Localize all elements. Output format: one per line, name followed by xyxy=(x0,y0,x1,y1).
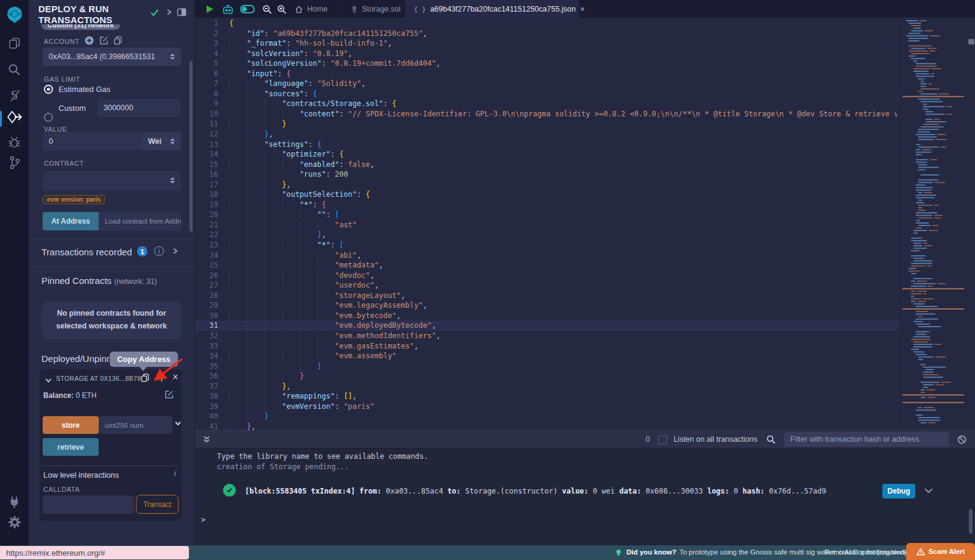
deployed-contract-card: STORAGE AT 0X136...8B78 × Balance: 0 ETH… xyxy=(40,369,182,521)
scam-alert-badge[interactable]: Scam Alert xyxy=(906,543,975,560)
calldata-input[interactable] xyxy=(43,495,134,514)
store-button[interactable]: store xyxy=(43,416,99,434)
panel-title-line1: DEPLOY & RUN xyxy=(38,4,108,15)
custom-gas-radio[interactable] xyxy=(44,113,53,122)
store-arg-input[interactable]: uint256 num xyxy=(99,416,172,434)
settings-gear-icon[interactable] xyxy=(0,515,29,530)
at-address-input[interactable]: Load contract from Addre xyxy=(99,212,181,230)
divider xyxy=(29,239,195,239)
solidity-file-icon xyxy=(351,5,358,13)
store-expand-chevron[interactable] xyxy=(174,420,182,427)
minimap[interactable] xyxy=(897,18,968,430)
value-input[interactable]: 0 xyxy=(43,132,142,151)
edit-account-icon[interactable] xyxy=(99,36,108,45)
estimated-gas-radio[interactable] xyxy=(44,85,53,94)
source-control-icon[interactable] xyxy=(0,155,29,170)
braces-icon: { } xyxy=(414,5,426,13)
terminal-line-2: creation of Storage pending... xyxy=(217,463,349,471)
terminal-scrollbar-thumb[interactable] xyxy=(969,509,973,534)
no-pinned-line2: selected workspace & network xyxy=(41,320,182,333)
listen-count: 0 xyxy=(645,435,650,444)
debug-button[interactable]: Debug xyxy=(882,484,915,498)
transactions-info-icon[interactable]: i xyxy=(154,246,164,256)
listen-label: Listen on all transactions xyxy=(673,435,757,444)
value-amount: 0 xyxy=(49,137,53,146)
deploy-and-run-icon[interactable] xyxy=(0,110,29,125)
add-account-icon[interactable] xyxy=(85,36,94,45)
debugger-icon[interactable] xyxy=(0,135,29,149)
transact-button[interactable]: Transact xyxy=(136,495,179,514)
home-icon xyxy=(295,5,303,13)
contract-select[interactable] xyxy=(43,171,181,190)
pinned-contracts-heading: Pinned Contracts (network: 31) xyxy=(41,275,157,286)
divider xyxy=(43,466,179,466)
panel-check-icon xyxy=(149,7,160,18)
value-unit-select[interactable]: Wei xyxy=(142,132,181,151)
run-script-icon[interactable] xyxy=(205,4,214,14)
panel-layout-icon[interactable] xyxy=(177,7,186,17)
value-unit-stepper xyxy=(170,138,175,144)
low-level-info-icon[interactable]: i xyxy=(174,469,176,478)
copy-address-icon[interactable] xyxy=(140,373,150,383)
listen-checkbox[interactable] xyxy=(658,435,667,444)
copilot-toggle[interactable] xyxy=(240,5,255,13)
estimated-gas-label: Estimated Gas xyxy=(58,85,110,94)
copy-account-icon[interactable] xyxy=(113,36,122,45)
custom-gas-value: 3000000 xyxy=(104,104,133,112)
custom-gas-input[interactable]: 3000000 xyxy=(98,99,181,117)
editor-scrollbar[interactable] xyxy=(968,18,975,430)
tab-storage-sol[interactable]: Storage.sol xyxy=(342,0,410,18)
retrieve-button[interactable]: retrieve xyxy=(43,438,99,456)
zoom-out-icon[interactable] xyxy=(262,4,272,15)
tab-home[interactable]: Home xyxy=(286,0,336,18)
balance-value: 0 ETH xyxy=(76,391,96,400)
tab-storage-label: Storage.sol xyxy=(362,5,400,13)
evm-version-badge: evm version: paris xyxy=(43,195,105,204)
remix-logo-icon[interactable] xyxy=(0,5,29,24)
value-unit: Wei xyxy=(148,137,161,146)
contract-collapse-chevron[interactable] xyxy=(44,377,52,385)
account-label: ACCOUNT xyxy=(44,38,80,45)
editor-topbar: Home Storage.sol { } a69b43f277ba20fcac1… xyxy=(195,0,975,18)
search-icon[interactable] xyxy=(0,63,29,77)
pin-contract-icon[interactable] xyxy=(157,373,166,383)
copy-address-tooltip: Copy Address xyxy=(110,352,178,367)
transactions-count-badge: 1 xyxy=(137,246,147,257)
custom-gas-label: Custom xyxy=(58,104,86,113)
low-level-heading: Low level interactions xyxy=(43,470,119,480)
tx-log-text[interactable]: [block:5583405 txIndex:4] from: 0xa03...… xyxy=(245,487,826,495)
deployed-contracts-heading: Deployed/Unpinn xyxy=(41,353,112,364)
tooltip-caret xyxy=(139,366,147,371)
contract-select-stepper xyxy=(170,177,175,183)
terminal[interactable]: Type the library name to see available c… xyxy=(195,448,975,545)
panel-scrollbar[interactable] xyxy=(190,61,193,232)
zoom-in-icon[interactable] xyxy=(277,4,287,15)
plugin-manager-icon[interactable] xyxy=(0,495,29,509)
close-tab-icon[interactable]: × xyxy=(580,4,585,14)
transactions-recorded-label: Transactions recorded xyxy=(41,247,132,257)
clear-console-icon[interactable] xyxy=(957,435,966,444)
panel-collapse-chevron[interactable] xyxy=(165,9,172,16)
code-editor[interactable]: 1{2 "id": "a69b43f277ba20fcac141151250ca… xyxy=(195,18,975,430)
tx-expand-chevron[interactable] xyxy=(924,486,934,495)
remove-contract-icon[interactable]: × xyxy=(172,372,178,383)
tab-json-label: a69b43f277ba20fcac141151250ca755.json xyxy=(430,5,576,13)
account-select[interactable]: 0xA03...85ac4 (0.39866531531 xyxy=(43,48,181,66)
terminal-prompt[interactable]: > xyxy=(201,516,205,524)
filter-input[interactable]: Filter with transaction hash or address xyxy=(784,432,949,447)
terminal-collapse-icon[interactable] xyxy=(202,435,211,444)
gas-limit-label: GAS LIMIT xyxy=(44,76,80,83)
edit-balance-icon[interactable] xyxy=(165,390,174,399)
at-address-button[interactable]: At Address xyxy=(43,212,99,230)
account-select-stepper xyxy=(170,54,175,60)
ai-assistant-icon[interactable] xyxy=(222,4,234,15)
contract-label: CONTRACT xyxy=(44,160,84,167)
balance-row: Balance: 0 ETH xyxy=(43,391,96,400)
transactions-expand-chevron[interactable] xyxy=(171,247,179,255)
solidity-compiler-icon[interactable]: S xyxy=(0,87,29,103)
terminal-search-icon[interactable] xyxy=(766,434,776,444)
tab-json-active[interactable]: { } a69b43f277ba20fcac141151250ca755.jso… xyxy=(405,0,579,18)
copilot-status[interactable]: RemixAI Copilot (enabled) xyxy=(824,548,906,556)
file-explorer-icon[interactable] xyxy=(0,37,29,50)
editor-scrollbar-thumb[interactable] xyxy=(968,39,974,44)
